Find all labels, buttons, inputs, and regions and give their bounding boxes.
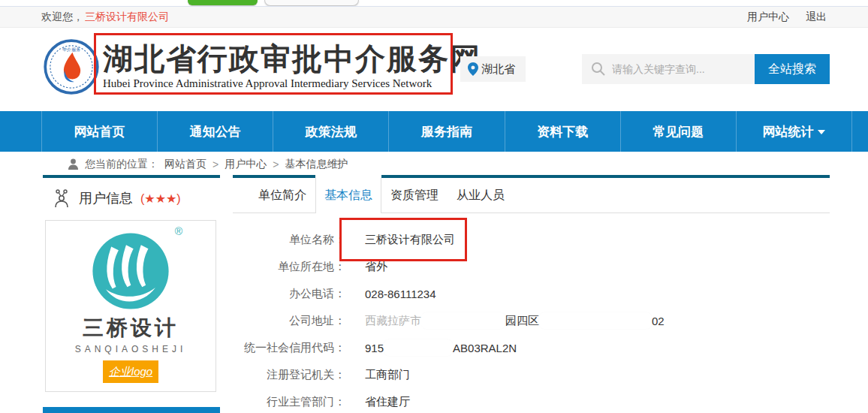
form-row-registration-authority: 注册登记机关： 工商部门 — [233, 361, 830, 388]
top-button-fragment-gray[interactable] — [264, 0, 359, 6]
field-value-redacted: 西藏拉萨市 园四区 02 — [365, 312, 665, 329]
form-row-company-address: 公司地址： 西藏拉萨市 园四区 02 — [233, 307, 830, 334]
brand-name-en: SANQIAOSHEJI — [46, 344, 215, 354]
tab-basic-info[interactable]: 基本信息 — [315, 178, 381, 213]
field-label: 统一社会信用代码： — [233, 341, 345, 355]
redaction-scribble — [539, 312, 652, 329]
breadcrumb-prefix: 您当前的位置： — [85, 158, 158, 171]
site-header: 中介服务 湖北省行政审批中介服务网 Hubei Province Adminis… — [0, 28, 868, 111]
field-value: 省住建厅 — [365, 395, 410, 409]
breadcrumb-separator: > — [273, 158, 279, 170]
site-logo-flame-icon[interactable]: 中介服务 — [44, 39, 99, 95]
form-row-unit-name: 单位名称： 三桥设计有限公司 — [233, 226, 830, 253]
form-row-office-phone: 办公电话： 028-86111234 — [233, 280, 830, 307]
user-location-icon — [68, 158, 79, 170]
user-info-icon — [52, 188, 71, 208]
breadcrumb-separator: > — [212, 158, 219, 170]
breadcrumb-user-center[interactable]: 用户中心 — [225, 158, 267, 171]
user-info-panel: 用户信息 (★★★) ® 三桥设计 SANQIAOSHEJI 企业logo — [43, 175, 220, 407]
search-input[interactable] — [582, 54, 755, 84]
logout-link[interactable]: 退出 — [806, 11, 827, 24]
form-row-credit-code: 统一社会信用代码： 915 AB03RAL2N — [233, 334, 830, 361]
form-row-industry-department: 行业主管部门： 省住建厅 — [233, 388, 830, 413]
breadcrumb-home[interactable]: 网站首页 — [164, 158, 206, 171]
search-button[interactable]: 全站搜索 — [755, 54, 830, 84]
user-center-link[interactable]: 用户中心 — [747, 11, 789, 24]
tab-bar: 单位简介 基本信息 资质管理 从业人员 — [233, 178, 830, 213]
region-label: 湖北省 — [481, 62, 515, 77]
field-value: 省外 — [365, 260, 387, 274]
nav-item-site-stats[interactable]: 网站统计 — [737, 111, 852, 152]
redaction-scribble — [384, 339, 453, 356]
welcome-text: 欢迎您， — [41, 11, 83, 24]
nav-item-policies[interactable]: 政策法规 — [273, 111, 389, 152]
main-nav: 网站首页 通知公告 政策法规 服务指南 资料下载 常见问题 网站统计 — [0, 111, 868, 152]
user-rating-stars: (★★★) — [140, 191, 181, 206]
field-value: 028-86111234 — [365, 288, 436, 300]
site-title: 湖北省行政审批中介服务网 — [103, 41, 481, 76]
field-label: 办公电话： — [233, 287, 345, 301]
region-selector[interactable]: 湖北省 — [460, 56, 526, 82]
field-label: 行业主管部门： — [233, 395, 345, 409]
location-pin-icon — [468, 62, 478, 76]
basic-info-form: 单位名称： 三桥设计有限公司 单位所在地： 省外 办公电话： 028-86111… — [233, 213, 830, 413]
redaction-scribble — [421, 312, 505, 329]
top-button-fragment-green[interactable] — [188, 0, 258, 5]
company-name-link[interactable]: 三桥设计有限公司 — [85, 11, 169, 24]
field-label: 公司地址： — [233, 314, 345, 328]
breadcrumb-current: 基本信息维护 — [285, 158, 348, 171]
nav-item-service-guide[interactable]: 服务指南 — [389, 111, 505, 152]
site-title-block[interactable]: 湖北省行政审批中介服务网 Hubei Province Administrati… — [103, 41, 481, 90]
welcome-bar: 欢迎您， 三桥设计有限公司 用户中心 退出 — [0, 6, 868, 28]
tab-qualifications[interactable]: 资质管理 — [381, 178, 448, 213]
field-value-redacted: 915 AB03RAL2N — [365, 339, 517, 356]
registered-trademark-mark: ® — [175, 225, 182, 237]
chevron-down-icon — [818, 130, 825, 134]
nav-item-home[interactable]: 网站首页 — [41, 111, 158, 152]
site-subtitle: Hubei Province Administrative Approval I… — [103, 77, 481, 90]
search-icon — [591, 62, 606, 77]
nav-item-notices[interactable]: 通知公告 — [158, 111, 273, 152]
tab-unit-intro[interactable]: 单位简介 — [249, 178, 315, 213]
nav-item-downloads[interactable]: 资料下载 — [505, 111, 621, 152]
brand-name-cn: 三桥设计 — [46, 314, 215, 342]
user-info-title: 用户信息 — [79, 189, 133, 207]
sidebar-next-section-bar — [43, 407, 220, 413]
field-label: 注册登记机关： — [233, 368, 345, 382]
page: 欢迎您， 三桥设计有限公司 用户中心 退出 中介服务 湖北省行政审批中介服务网 … — [0, 0, 868, 413]
field-label: 单位所在地： — [233, 260, 345, 274]
enterprise-logo-button[interactable]: 企业logo — [103, 360, 158, 383]
basic-info-panel: 单位简介 基本信息 资质管理 从业人员 单位名称： 三桥设计有限公司 单位所在地… — [233, 175, 830, 413]
logo-ring-text: 中介服务 — [62, 47, 80, 52]
field-value: 工商部门 — [365, 368, 410, 382]
form-row-unit-region: 单位所在地： 省外 — [233, 253, 830, 280]
breadcrumb: 您当前的位置： 网站首页 > 用户中心 > 基本信息维护 — [68, 155, 348, 173]
company-wave-logo — [89, 230, 172, 312]
company-logo-box: ® 三桥设计 SANQIAOSHEJI 企业logo — [45, 220, 216, 392]
tab-personnel[interactable]: 从业人员 — [448, 178, 514, 213]
field-value: 三桥设计有限公司 — [365, 233, 455, 247]
field-label: 单位名称： — [233, 233, 345, 247]
nav-item-faq[interactable]: 常见问题 — [621, 111, 737, 152]
